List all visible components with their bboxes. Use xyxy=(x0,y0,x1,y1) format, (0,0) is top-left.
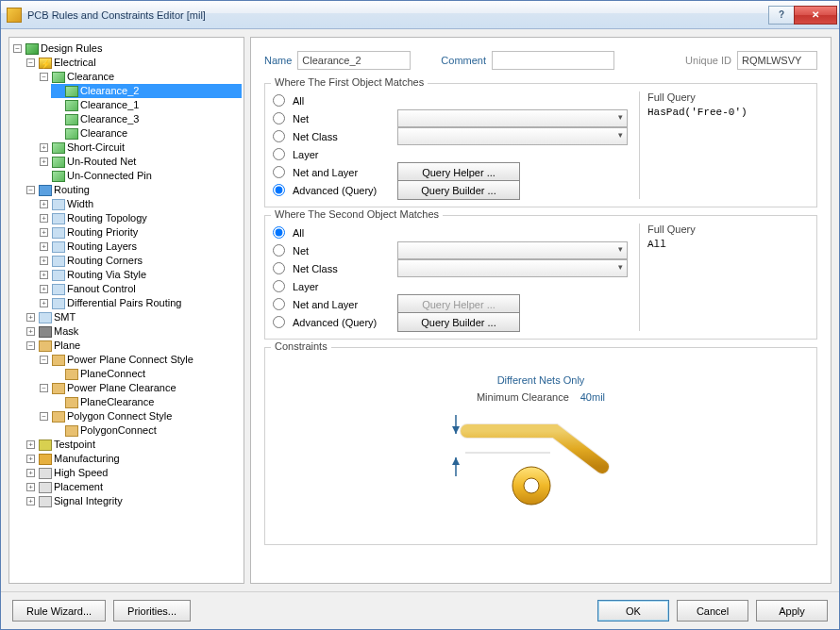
rules-tree[interactable]: −Design Rules −Electrical −Clearance Cle… xyxy=(8,37,244,584)
tree-diffpair[interactable]: +Differential Pairs Routing xyxy=(38,296,242,310)
tree-short-circuit[interactable]: +Short-Circuit xyxy=(38,141,242,155)
expand-icon[interactable]: + xyxy=(26,469,35,477)
close-button[interactable]: ✕ xyxy=(794,6,837,25)
tree-planeclearance[interactable]: PlaneClearance xyxy=(51,395,242,409)
tree-testpoint[interactable]: +Testpoint xyxy=(25,438,242,452)
collapse-icon[interactable]: − xyxy=(13,44,22,53)
tree-smt[interactable]: +SMT xyxy=(25,310,242,324)
different-nets-only-label[interactable]: Different Nets Only xyxy=(273,374,809,386)
expand-icon[interactable]: + xyxy=(40,143,48,152)
tree-polygonconnect[interactable]: PolygonConnect xyxy=(51,423,242,438)
tree-ppcs[interactable]: −Power Plane Connect Style xyxy=(38,353,242,367)
min-clearance-value[interactable]: 40mil xyxy=(580,391,605,403)
tree-priority[interactable]: +Routing Priority xyxy=(38,225,242,240)
collapse-icon[interactable]: − xyxy=(26,186,35,194)
tree-pcs[interactable]: −Polygon Connect Style xyxy=(38,409,242,423)
tree-clearance-def[interactable]: Clearance xyxy=(51,126,242,141)
titlebar[interactable]: PCB Rules and Constraints Editor [mil] ?… xyxy=(1,1,839,29)
expand-icon[interactable]: + xyxy=(40,285,48,293)
m1-netclass-combo[interactable] xyxy=(397,127,628,145)
full-query-value[interactable]: HasPad('Free-0') xyxy=(647,107,809,118)
collapse-icon[interactable]: − xyxy=(26,58,35,67)
collapse-icon[interactable]: − xyxy=(26,341,35,350)
expand-icon[interactable]: + xyxy=(26,440,35,449)
tree-topology[interactable]: +Routing Topology xyxy=(38,211,242,225)
expand-icon[interactable]: + xyxy=(40,271,48,279)
m1-query-helper-button[interactable]: Query Helper ... xyxy=(397,162,520,182)
help-button[interactable]: ? xyxy=(768,6,795,25)
collapse-icon[interactable]: − xyxy=(40,412,48,421)
tree-placement[interactable]: +Placement xyxy=(25,480,242,494)
tree-signal-integrity[interactable]: +Signal Integrity xyxy=(25,494,242,508)
m1-query-builder-button[interactable]: Query Builder ... xyxy=(397,180,520,200)
expand-icon[interactable]: + xyxy=(40,214,48,223)
tree-unrouted-net[interactable]: +Un-Routed Net xyxy=(38,155,242,169)
constraints-group: Constraints Different Nets Only Minimum … xyxy=(264,347,817,545)
m1-net-radio[interactable] xyxy=(273,112,285,124)
rule-icon xyxy=(52,298,65,309)
m1-net-combo[interactable] xyxy=(397,109,628,127)
tree-clearance-1[interactable]: Clearance_1 xyxy=(51,98,242,112)
m2-layer-radio[interactable] xyxy=(273,280,285,292)
m2-netlayer-radio[interactable] xyxy=(273,298,285,310)
tree-root[interactable]: −Design Rules xyxy=(11,41,242,56)
expand-icon[interactable]: + xyxy=(40,228,48,237)
full-query-value[interactable]: All xyxy=(647,239,809,250)
m2-advanced-radio[interactable] xyxy=(273,316,285,328)
expand-icon[interactable]: + xyxy=(40,242,48,251)
tree-ppc[interactable]: −Power Plane Clearance xyxy=(38,381,242,395)
expand-icon[interactable]: + xyxy=(40,299,48,307)
tree-unconnected-pin[interactable]: Un-Connected Pin xyxy=(38,169,242,183)
comment-input[interactable] xyxy=(492,51,614,70)
collapse-icon[interactable]: − xyxy=(40,356,48,364)
expand-icon[interactable]: + xyxy=(26,327,35,336)
tree-clearance[interactable]: −Clearance xyxy=(38,70,242,84)
radio-label: Net Class xyxy=(293,131,392,142)
collapse-icon[interactable]: − xyxy=(40,384,48,392)
expand-icon[interactable]: + xyxy=(26,455,35,463)
m1-advanced-radio[interactable] xyxy=(273,184,285,196)
name-input[interactable] xyxy=(297,51,411,70)
tree-via-style[interactable]: +Routing Via Style xyxy=(38,268,242,282)
m1-netlayer-radio[interactable] xyxy=(273,166,285,178)
expand-icon[interactable]: + xyxy=(40,158,48,166)
m2-net-radio[interactable] xyxy=(273,244,285,257)
tree-clearance-2[interactable]: Clearance_2 xyxy=(51,84,242,98)
tree-fanout[interactable]: +Fanout Control xyxy=(38,282,242,296)
tree-electrical[interactable]: −Electrical xyxy=(25,56,242,70)
expand-icon[interactable]: + xyxy=(26,483,35,491)
collapse-icon[interactable]: − xyxy=(40,73,48,81)
tree-mask[interactable]: +Mask xyxy=(25,324,242,339)
tree-clearance-3[interactable]: Clearance_3 xyxy=(51,112,242,126)
tree-layers[interactable]: +Routing Layers xyxy=(38,240,242,254)
tree-routing[interactable]: −Routing xyxy=(25,183,242,197)
tree-highspeed[interactable]: +High Speed xyxy=(25,466,242,480)
m1-all-radio[interactable] xyxy=(273,94,285,107)
tree-manufacturing[interactable]: +Manufacturing xyxy=(25,452,242,466)
m1-layer-radio[interactable] xyxy=(273,148,285,160)
priorities-button[interactable]: Priorities... xyxy=(113,600,191,622)
tree-planeconnect[interactable]: PlaneConnect xyxy=(51,367,242,381)
expand-icon[interactable]: + xyxy=(40,200,48,208)
tree-label: Clearance xyxy=(80,126,127,141)
expand-icon[interactable]: + xyxy=(40,257,48,265)
rule-wizard-button[interactable]: Rule Wizard... xyxy=(12,600,106,622)
m2-netclass-radio[interactable] xyxy=(273,262,285,274)
expand-icon[interactable]: + xyxy=(26,313,35,322)
apply-button[interactable]: Apply xyxy=(756,600,828,622)
tree-width[interactable]: +Width xyxy=(38,197,242,211)
m2-all-radio[interactable] xyxy=(273,226,285,239)
header-row: Name Comment Unique ID xyxy=(264,51,817,70)
m1-netclass-radio[interactable] xyxy=(273,130,285,142)
expand-icon[interactable]: + xyxy=(26,497,35,506)
m2-netclass-combo[interactable] xyxy=(397,259,628,277)
cancel-button[interactable]: Cancel xyxy=(677,600,748,622)
m2-net-combo[interactable] xyxy=(397,241,628,259)
tree-label: Un-Connected Pin xyxy=(67,169,152,183)
radio-label: Net and Layer xyxy=(293,299,392,310)
m2-query-builder-button[interactable]: Query Builder ... xyxy=(397,312,520,332)
tree-corners[interactable]: +Routing Corners xyxy=(38,254,242,268)
second-match-group: Where The Second Object Matches All Net … xyxy=(264,215,817,340)
tree-plane[interactable]: −Plane xyxy=(25,339,242,353)
ok-button[interactable]: OK xyxy=(597,600,669,622)
